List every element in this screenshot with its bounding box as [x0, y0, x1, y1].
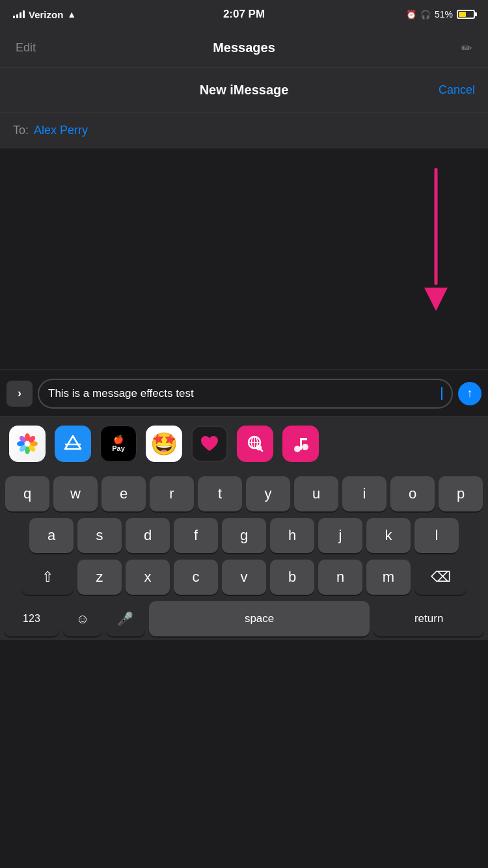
carrier-label: Verizon	[29, 9, 63, 20]
headphones-icon: 🎧	[420, 10, 431, 20]
to-label: To:	[13, 124, 29, 137]
key-j[interactable]: j	[318, 518, 362, 553]
delete-key[interactable]: ⌫	[414, 560, 467, 595]
dictation-key[interactable]: 🎤	[106, 601, 145, 636]
app-photos-icon[interactable]	[9, 426, 46, 462]
arrow-head	[424, 288, 448, 311]
signal-bars-icon	[13, 10, 25, 18]
key-k[interactable]: k	[366, 518, 411, 553]
key-u[interactable]: u	[294, 476, 338, 511]
key-h[interactable]: h	[270, 518, 314, 553]
app-applepay-icon[interactable]: 🍎 Pay	[100, 426, 137, 462]
key-m[interactable]: m	[366, 560, 411, 595]
key-r[interactable]: r	[150, 476, 194, 511]
key-b[interactable]: b	[270, 560, 314, 595]
expand-button[interactable]: ›	[7, 381, 33, 407]
imessage-header: New iMessage Cancel	[0, 68, 488, 113]
compose-title: New iMessage	[200, 83, 289, 98]
apps-row: 🍎 Pay 🤩	[0, 416, 488, 470]
shift-key[interactable]: ⇧	[21, 560, 74, 595]
key-y[interactable]: y	[246, 476, 290, 511]
status-bar: Verizon ▲ 2:07 PM ⏰ 🎧 51%	[0, 0, 488, 29]
svg-point-17	[302, 444, 308, 450]
key-n[interactable]: n	[318, 560, 362, 595]
key-w[interactable]: w	[53, 476, 98, 511]
chevron-right-icon: ›	[18, 387, 21, 400]
key-t[interactable]: t	[198, 476, 242, 511]
svg-rect-19	[300, 438, 307, 441]
alarm-icon: ⏰	[406, 10, 416, 20]
battery-percent: 51%	[435, 9, 453, 20]
to-field[interactable]: To: Alex Perry	[0, 113, 488, 148]
key-e[interactable]: e	[102, 476, 146, 511]
status-left: Verizon ▲	[13, 9, 76, 20]
send-button[interactable]: ↑	[458, 382, 481, 405]
key-f[interactable]: f	[174, 518, 218, 553]
key-i[interactable]: i	[342, 476, 386, 511]
status-right: ⏰ 🎧 51%	[406, 9, 475, 20]
text-cursor	[441, 387, 442, 400]
nav-bar: Edit Messages ✏	[0, 29, 488, 68]
message-text: This is a message effects test	[48, 387, 441, 400]
battery-icon	[457, 10, 475, 19]
key-c[interactable]: c	[174, 560, 218, 595]
edit-button[interactable]: Edit	[16, 41, 36, 55]
key-s[interactable]: s	[77, 518, 122, 553]
send-icon: ↑	[467, 387, 473, 399]
battery-fill	[459, 12, 466, 17]
key-l[interactable]: l	[414, 518, 459, 553]
key-a[interactable]: a	[29, 518, 74, 553]
message-area[interactable]	[0, 148, 488, 370]
key-g[interactable]: g	[222, 518, 266, 553]
keyboard: q w e r t y u i o p a s d f g h j k l ⇧ …	[0, 470, 488, 640]
app-globe-search-icon[interactable]	[237, 426, 273, 462]
key-z[interactable]: z	[77, 560, 122, 595]
arrow-annotation	[423, 168, 449, 311]
numbers-key[interactable]: 123	[4, 601, 59, 636]
key-x[interactable]: x	[126, 560, 170, 595]
keyboard-row-4: 123 ☺ 🎤 space return	[4, 601, 484, 636]
message-input[interactable]: This is a message effects test	[38, 379, 453, 409]
svg-point-16	[294, 446, 301, 452]
status-time: 2:07 PM	[223, 8, 265, 21]
app-heart-icon[interactable]	[191, 426, 228, 462]
key-v[interactable]: v	[222, 560, 266, 595]
cancel-button[interactable]: Cancel	[439, 83, 475, 97]
recipient-name: Alex Perry	[34, 124, 88, 137]
app-appstore-icon[interactable]	[55, 426, 91, 462]
wifi-icon: ▲	[67, 9, 76, 20]
messages-title: Messages	[213, 40, 275, 55]
input-bar: › This is a message effects test ↑	[0, 370, 488, 416]
keyboard-row-3: ⇧ z x c v b n m ⌫	[4, 560, 484, 595]
key-q[interactable]: q	[5, 476, 49, 511]
app-music-icon[interactable]	[282, 426, 319, 462]
key-o[interactable]: o	[390, 476, 435, 511]
app-memoji-icon[interactable]: 🤩	[146, 426, 182, 462]
key-p[interactable]: p	[439, 476, 483, 511]
emoji-key[interactable]: ☺	[63, 601, 102, 636]
arrow-shaft	[435, 168, 438, 285]
key-d[interactable]: d	[126, 518, 170, 553]
keyboard-row-2: a s d f g h j k l	[4, 518, 484, 553]
return-key[interactable]: return	[373, 601, 484, 636]
space-key[interactable]: space	[149, 601, 370, 636]
compose-button[interactable]: ✏	[461, 40, 472, 56]
keyboard-row-1: q w e r t y u i o p	[4, 476, 484, 511]
